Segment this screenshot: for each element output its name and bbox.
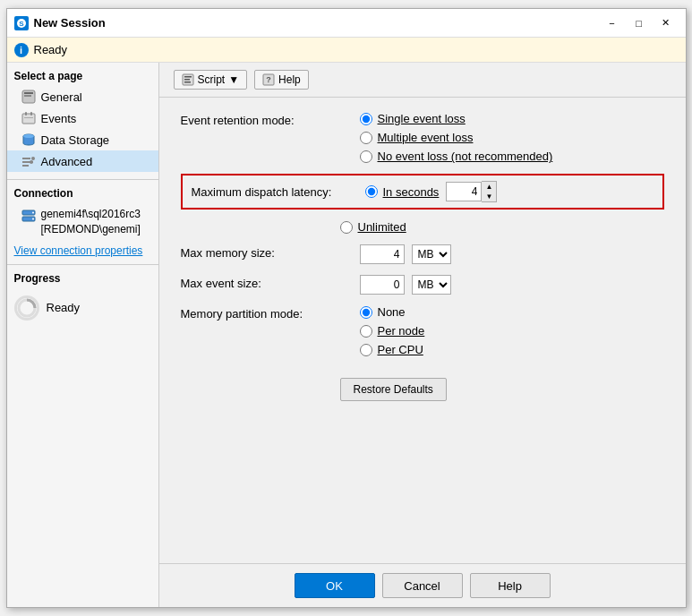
multiple-event-label: Multiple event loss (378, 131, 474, 144)
new-session-window: S New Session − □ ✕ i Ready Select a pag… (6, 8, 687, 608)
general-icon (21, 90, 36, 104)
svg-point-10 (23, 134, 34, 138)
radio-no-event[interactable]: No event loss (not recommended) (360, 150, 553, 163)
connection-details: genemi4f\sql2016rc3 [REDMOND\genemi] (41, 207, 141, 237)
radio-in-seconds[interactable]: In seconds (365, 185, 440, 199)
connection-section: Connection genemi4f\sql2016rc3 [REDMOND\… (7, 179, 158, 261)
script-icon (182, 73, 194, 86)
sidebar-item-general[interactable]: General (7, 86, 158, 107)
data-storage-icon (21, 133, 36, 147)
radio-in-seconds-input[interactable] (365, 185, 378, 198)
toolbar: Script ▼ ? Help (159, 63, 686, 98)
advanced-icon (21, 154, 36, 168)
sidebar-item-data-storage[interactable]: Data Storage (7, 129, 158, 150)
memory-partition-controls: None Per node Per CPU (360, 305, 425, 356)
max-memory-controls: MB KB GB (360, 244, 451, 264)
restore-defaults-button[interactable]: Restore Defaults (340, 378, 447, 401)
script-button[interactable]: Script ▼ (174, 70, 248, 90)
radio-multiple-event[interactable]: Multiple event loss (360, 131, 553, 144)
help-toolbar-button[interactable]: ? Help (254, 70, 309, 90)
svg-point-18 (32, 212, 34, 214)
status-text: Ready (34, 43, 68, 56)
event-retention-label: Event retention mode: (181, 112, 360, 127)
sidebar-item-advanced[interactable]: Advanced (7, 150, 158, 172)
title-bar: S New Session − □ ✕ (7, 9, 686, 38)
radio-per-node-input[interactable] (360, 325, 372, 338)
unlimited-row: Unlimited (181, 220, 664, 234)
sidebar-item-events[interactable]: Events (7, 107, 158, 129)
radio-multiple-event-input[interactable] (360, 132, 372, 144)
info-icon: i (14, 43, 29, 57)
max-event-label: Max event size: (181, 275, 360, 290)
view-connection-link[interactable]: View connection properties (7, 241, 158, 261)
help-button[interactable]: Help (470, 573, 551, 598)
svg-point-14 (31, 157, 35, 160)
minimize-button[interactable]: − (600, 14, 625, 32)
connection-section-title: Connection (7, 180, 158, 203)
progress-section: Progress Ready (7, 264, 158, 328)
dispatch-label: Maximum dispatch latency: (192, 185, 351, 199)
svg-rect-24 (184, 81, 191, 83)
svg-point-15 (30, 160, 33, 164)
dispatch-controls: In seconds ▲ ▼ (365, 181, 498, 202)
max-memory-input[interactable] (360, 244, 405, 264)
spinbox-buttons: ▲ ▼ (482, 181, 497, 202)
radio-per-node[interactable]: Per node (360, 324, 425, 338)
radio-none[interactable]: None (360, 305, 425, 319)
sidebar-label-advanced: Advanced (41, 155, 93, 168)
svg-text:?: ? (266, 75, 271, 84)
max-event-row: Max event size: MB KB GB (181, 275, 664, 295)
no-event-label: No event loss (not recommended) (378, 150, 553, 163)
progress-status: Ready (47, 301, 81, 314)
form-area: Event retention mode: Single event loss … (159, 98, 686, 563)
sidebar-label-events: Events (41, 112, 77, 125)
dispatch-value-input[interactable] (446, 182, 482, 201)
spinner-icon (14, 295, 39, 321)
status-bar: i Ready (7, 38, 686, 63)
svg-rect-11 (22, 158, 30, 159)
spinbox-up-button[interactable]: ▲ (482, 182, 496, 192)
help-toolbar-label: Help (278, 73, 301, 86)
max-event-unit-select[interactable]: MB KB GB (412, 275, 451, 295)
script-label: Script (198, 73, 226, 86)
dispatch-spinbox: ▲ ▼ (446, 181, 497, 202)
radio-single-event[interactable]: Single event loss (360, 112, 553, 125)
max-memory-row: Max memory size: MB KB GB (181, 244, 664, 264)
sidebar-section-title: Select a page (7, 63, 158, 86)
memory-partition-row: Memory partition mode: None Per node (181, 305, 664, 356)
sidebar-label-general: General (41, 90, 82, 104)
radio-no-event-input[interactable] (360, 150, 372, 163)
unlimited-label: Unlimited (358, 220, 406, 234)
single-event-label: Single event loss (378, 112, 466, 125)
content-panel: Script ▼ ? Help Event retention mode: Si (159, 63, 686, 607)
radio-unlimited-input[interactable] (340, 221, 353, 234)
title-bar-left: S New Session (14, 16, 106, 30)
maximize-button[interactable]: □ (627, 14, 652, 32)
events-icon (21, 111, 36, 125)
radio-unlimited[interactable]: Unlimited (340, 220, 406, 234)
max-memory-unit-select[interactable]: MB KB GB (412, 244, 451, 264)
cancel-button[interactable]: Cancel (382, 573, 463, 598)
in-seconds-label: In seconds (383, 185, 440, 199)
ok-button[interactable]: OK (295, 573, 375, 598)
radio-none-input[interactable] (360, 306, 372, 319)
radio-single-event-input[interactable] (360, 113, 372, 125)
connection-server: genemi4f\sql2016rc3 (41, 207, 141, 222)
svg-rect-23 (184, 79, 190, 81)
main-content: Select a page General Events Data Storag… (7, 63, 686, 607)
connection-user: [REDMOND\genemi] (41, 222, 141, 237)
svg-point-19 (32, 218, 34, 220)
close-button[interactable]: ✕ (654, 14, 679, 32)
progress-content: Ready (7, 288, 158, 328)
max-event-input[interactable] (360, 275, 405, 295)
radio-per-cpu[interactable]: Per CPU (360, 343, 425, 356)
event-retention-controls: Single event loss Multiple event loss No… (360, 112, 553, 163)
svg-rect-4 (24, 95, 31, 97)
server-icon (21, 209, 36, 226)
event-retention-row: Event retention mode: Single event loss … (181, 112, 664, 163)
title-controls: − □ ✕ (600, 14, 679, 32)
svg-rect-7 (30, 112, 32, 116)
radio-per-cpu-input[interactable] (360, 344, 372, 356)
svg-rect-5 (22, 114, 35, 124)
spinbox-down-button[interactable]: ▼ (482, 192, 496, 201)
